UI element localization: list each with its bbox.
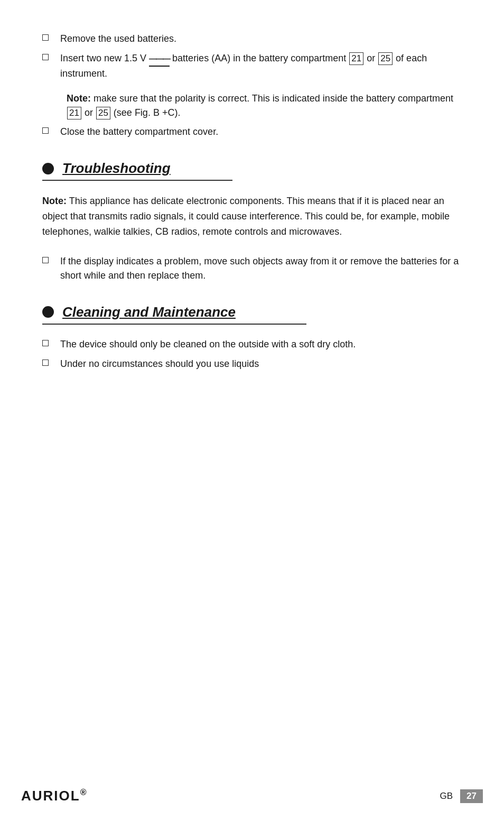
bullet-icon [42, 340, 49, 346]
page-number-box: 27 [460, 789, 483, 803]
item-text: Close the battery compartment cover. [60, 125, 218, 139]
troubleshooting-title: Troubleshooting [62, 160, 171, 177]
item-text: The device should only be cleaned on the… [60, 337, 356, 352]
troubleshooting-note-label: Note: [42, 196, 67, 206]
language-label: GB [440, 791, 453, 801]
note-body: make sure that the polarity is correct. … [67, 93, 453, 118]
troubleshooting-note: Note: This appliance has delicate electr… [42, 194, 462, 239]
section-divider [42, 180, 232, 181]
list-item: Remove the used batteries. [42, 32, 462, 46]
registered-symbol: ® [80, 788, 88, 797]
battery-note: Note: make sure that the polarity is cor… [67, 91, 462, 121]
footer-page-info: GB 27 [440, 789, 483, 803]
cleaning-divider [42, 324, 306, 325]
ref-25: 25 [378, 52, 393, 65]
bullet-icon [42, 54, 49, 60]
page-number: 27 [466, 791, 477, 801]
brand-logo: AURIOL® [21, 788, 87, 804]
footer: AURIOL® GB 27 [0, 788, 504, 804]
list-item: If the display indicates a problem, move… [42, 254, 462, 283]
list-item: The device should only be cleaned on the… [42, 337, 462, 352]
list-item: Under no circumstances should you use li… [42, 357, 462, 371]
page: Remove the used batteries. Insert two ne… [0, 0, 504, 820]
item-text: Insert two new 1.5 V ——— batteries (AA) … [60, 51, 462, 81]
bullet-icon [42, 360, 49, 366]
troubleshooting-list: If the display indicates a problem, move… [42, 254, 462, 283]
list-item: Insert two new 1.5 V ——— batteries (AA) … [42, 51, 462, 81]
cleaning-heading-wrapper: Cleaning and Maintenance [42, 304, 462, 320]
bullet-icon [42, 127, 49, 134]
cleaning-title: Cleaning and Maintenance [62, 304, 236, 320]
ref-25-note: 25 [96, 107, 110, 119]
troubleshooting-heading-wrapper: Troubleshooting [42, 160, 462, 177]
list-item: Close the battery compartment cover. [42, 125, 462, 139]
cleaning-list: The device should only be cleaned on the… [42, 337, 462, 371]
bullet-icon [42, 257, 49, 263]
battery-list: Remove the used batteries. Insert two ne… [42, 32, 462, 81]
note-label: Note: [67, 93, 91, 104]
ref-21-note: 21 [67, 107, 81, 119]
ref-21: 21 [349, 52, 363, 65]
battery-list-end: Close the battery compartment cover. [42, 125, 462, 139]
item-text: Under no circumstances should you use li… [60, 357, 259, 371]
troubleshooting-note-text: This appliance has delicate electronic c… [42, 196, 450, 237]
brand-name: AURIOL [21, 788, 80, 804]
dc-symbol: ——— [149, 53, 170, 67]
item-text: If the display indicates a problem, move… [60, 254, 462, 283]
section-dot [42, 306, 54, 318]
section-dot [42, 163, 54, 174]
item-text: Remove the used batteries. [60, 32, 176, 46]
bullet-icon [42, 34, 49, 41]
